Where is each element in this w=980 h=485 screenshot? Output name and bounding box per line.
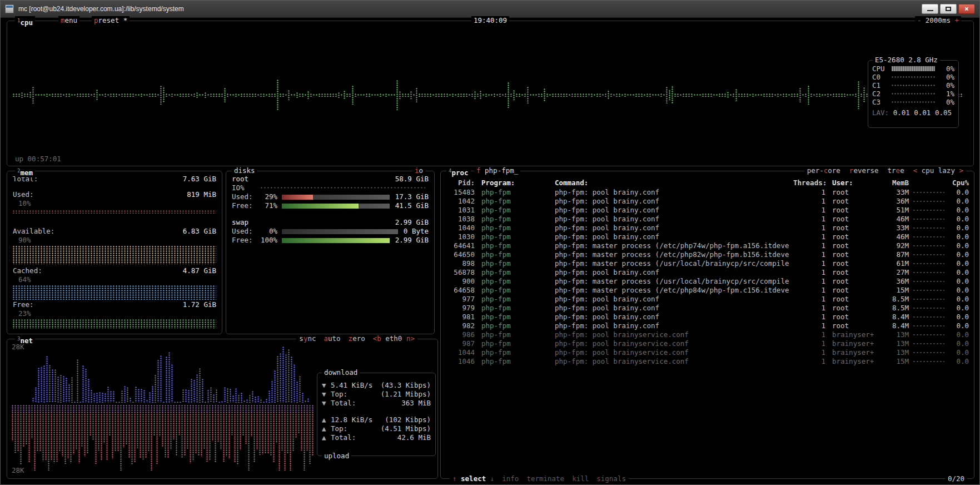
process-user: root [832,304,883,313]
process-filter-input[interactable]: f php-fpm_ [474,166,520,175]
process-threads: 1 [793,224,825,232]
close-button[interactable]: × [958,4,975,14]
process-row[interactable]: 898 php-fpm php-fpm: master process (/us… [446,259,969,268]
process-row[interactable]: 979 php-fpm php-fpm: pool brainy.conf 1 … [446,304,969,313]
process-row[interactable]: 977 php-fpm php-fpm: pool brainy.conf 1 … [446,295,969,304]
process-row[interactable]: 986 php-fpm php-fpm: pool brainyservice.… [446,330,969,339]
cpu-core-row: C2 1% [872,90,954,98]
process-program: php-fpm [481,224,547,232]
process-cpu: 0.0 [944,339,969,348]
select-control[interactable]: ↑ select ↓ [452,474,494,483]
interface-selector[interactable]: <b eth0 n> [373,334,415,343]
upload-stat-row: ▲ Total: 42.6 MiB [317,433,435,442]
cpu-core-row: C3 0% [872,98,954,106]
process-cpu: 0.0 [944,215,969,224]
minimize-button[interactable] [922,4,938,14]
header-cpu[interactable]: Cpu% [944,179,969,187]
process-row[interactable]: 56878 php-fpm php-fpm: pool brainy.conf … [446,268,969,277]
interval-increase[interactable]: + [954,16,959,24]
sync-toggle[interactable]: sync [299,334,316,343]
terminate-action[interactable]: terminate [526,474,564,483]
process-command: php-fpm: pool brainy.conf [555,232,793,241]
maximize-icon [946,7,951,11]
cpu-box-title[interactable]: 1cpu [15,16,35,27]
core-value: 0% [938,73,954,82]
upload-arrow-icon: ▲ [322,415,331,424]
process-pid: 1042 [446,197,475,206]
info-action[interactable]: info [502,474,519,483]
process-row[interactable]: 987 php-fpm php-fpm: pool brainyservice.… [446,339,969,348]
titlebar[interactable]: mc [root@ub24.itdeveloper.com.ua]:/lib/s… [1,1,979,18]
up-arrow-icon: ↑ [452,474,457,483]
per-core-toggle[interactable]: per-core [807,166,840,175]
header-pid[interactable]: Pid: [446,179,475,187]
process-row[interactable]: 1046 php-fpm php-fpm: pool brainyservice… [446,357,969,366]
sort-next[interactable]: > [959,166,963,175]
process-row[interactable]: 64658 php-fpm php-fpm: master process (/… [446,286,969,295]
process-program: php-fpm [481,339,547,348]
sort-prev[interactable]: < [913,166,918,175]
process-mem: 13M [883,348,909,357]
cpu-info-box: E5-2680 2.8 GHz CPU 0% C0 0% C1 0% [868,60,959,128]
header-memb[interactable]: MemB [883,179,909,187]
process-program: php-fpm [481,232,547,241]
header-command[interactable]: Command: [555,179,793,187]
window-controls: × [922,4,975,14]
process-pid: 986 [446,330,475,339]
kill-action[interactable]: kill [572,474,589,483]
io-mode-toggle[interactable]: io [412,166,425,175]
sort-selector[interactable]: < cpu lazy > [913,166,963,175]
header-user[interactable]: User: [832,179,883,187]
process-row[interactable]: 1044 php-fpm php-fpm: pool brainyservice… [446,348,969,357]
refresh-interval-control[interactable]: - 2000ms + [915,16,961,25]
proc-box-title[interactable]: 4proc [446,166,471,177]
process-command: php-fpm: pool brainyservice.conf [555,330,793,339]
process-pid: 1044 [446,348,475,357]
window-title: mc [root@ub24.itdeveloper.com.ua]:/lib/s… [18,5,184,13]
reverse-toggle[interactable]: reverse [849,166,879,175]
process-row[interactable]: 900 php-fpm php-fpm: master process (/us… [446,277,969,286]
process-command: php-fpm: pool brainy.conf [555,206,793,215]
download-label: download [322,368,360,377]
header-program[interactable]: Program: [481,179,547,187]
process-pid: 979 [446,304,475,313]
core-value: 0% [938,65,954,73]
auto-toggle[interactable]: auto [324,334,340,343]
process-row[interactable]: 1040 php-fpm php-fpm: pool brainy.conf 1… [446,224,969,232]
process-row[interactable]: 1038 php-fpm php-fpm: pool brainy.conf 1… [446,215,969,224]
process-row[interactable]: 64650 php-fpm php-fpm: master process (/… [446,250,969,259]
process-mem: 46M [883,215,909,224]
next-interface[interactable]: > [410,334,415,343]
tree-toggle[interactable]: tree [888,166,904,175]
zero-toggle[interactable]: zero [349,334,365,343]
process-row[interactable]: 1042 php-fpm php-fpm: pool brainy.conf 1… [446,197,969,206]
process-row[interactable]: 1030 php-fpm php-fpm: pool brainy.conf 1… [446,232,969,241]
process-command: php-fpm: master process (/etc/php82w/php… [555,250,793,259]
mem-available-meter [13,246,216,264]
interval-decrease[interactable]: - [917,16,922,24]
mem-free-row: Free:1.72 GiB [13,300,216,309]
process-row[interactable]: 982 php-fpm php-fpm: pool brainy.conf 1 … [446,321,969,330]
process-row[interactable]: 981 php-fpm php-fpm: pool brainy.conf 1 … [446,313,969,321]
process-row[interactable]: 64641 php-fpm php-fpm: master process (/… [446,241,969,250]
maximize-button[interactable] [940,4,957,14]
process-program: php-fpm [481,259,547,268]
swap-used-bar [282,229,398,234]
signals-action[interactable]: signals [596,474,626,483]
process-row[interactable]: 15483 php-fpm php-fpm: pool brainy.conf … [446,188,969,197]
process-command: php-fpm: pool brainy.conf [555,197,793,206]
process-user: root [832,206,883,215]
process-cpu: 0.0 [944,348,969,357]
header-threads[interactable]: Threads: [793,179,825,187]
process-command: php-fpm: master process (/etc/php74w/php… [555,241,793,250]
mem-box-title[interactable]: 2mem [15,166,35,177]
swap-used-row: Used:0% 0 Byte [232,227,429,236]
process-row[interactable]: 1031 php-fpm php-fpm: pool brainy.conf 1… [446,206,969,215]
disk-io-row: IO% [232,184,429,192]
upload-arrow-icon: ▲ [322,433,331,442]
preset-button[interactable]: preset * [92,16,130,25]
minimize-icon [927,10,933,11]
filter-cursor: _ [514,166,519,175]
menu-button[interactable]: menu [58,16,79,25]
disk-used-bar [282,195,390,200]
